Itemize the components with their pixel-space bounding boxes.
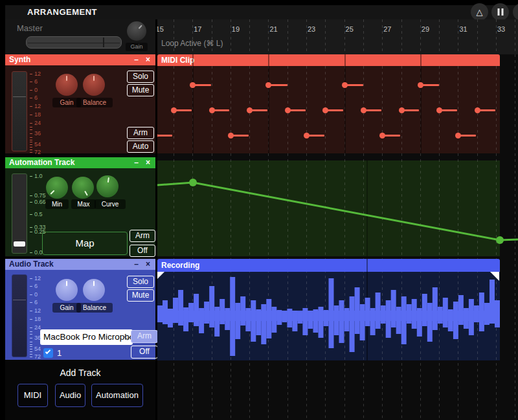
input-device-select[interactable]: MacBook Pro Microphone [40,329,133,345]
max-knob[interactable] [72,177,94,199]
waveform-bar [319,307,324,338]
automation-track-header[interactable]: Automation Track – × [5,157,155,168]
gain-knob[interactable] [56,279,78,301]
solo-button[interactable]: Solo [127,276,154,288]
more-icon[interactable]: ≡ [513,3,518,21]
close-button[interactable]: × [146,157,150,168]
waveform-bar [376,293,381,329]
solo-button[interactable]: Solo [127,71,154,83]
master-gain-knob[interactable] [127,21,146,41]
minor-tick [30,346,32,347]
master-fader[interactable] [26,36,122,49]
minor-tick [30,344,32,345]
automation-value-slider[interactable] [12,173,27,254]
curve-knob[interactable] [96,175,118,197]
waveform-bar [407,304,412,324]
db-scale-label: 54 [30,142,41,147]
db-scale-label: 0 [30,292,38,297]
input-device-value: MacBook Pro Microphone [43,332,133,342]
waveform-bar [422,294,427,326]
midi-note-bar [287,109,306,111]
db-scale-label: 36 [30,131,41,136]
audio-track-header[interactable]: Audio Track – × [5,259,155,270]
arm-button[interactable]: Arm [127,127,154,139]
waveform-bar [386,300,391,338]
audio-track-panel: Audio Track – × Gain Balance Solo Mute M… [5,259,155,360]
waveform-bar [199,308,204,333]
waveform-bar [391,290,396,327]
auto-button[interactable]: Auto [127,140,154,153]
waveform-bar [443,298,448,327]
waveform-bar [230,277,235,356]
add-audio-button[interactable]: Audio [55,384,85,407]
midi-note-bar [477,109,495,111]
db-scale-label: 18 [30,316,41,322]
balance-knob-label: Balance [76,98,113,107]
db-scale-label: 24 [30,325,41,330]
fade-in-handle[interactable] [157,272,164,279]
balance-knob-label: Balance [76,303,113,313]
value-scale-label: 0.25 [30,229,46,234]
midi-note-bar [192,84,211,86]
master-fader-handle[interactable] [103,38,104,47]
automation-curve[interactable] [157,160,518,256]
mute-button[interactable]: Mute [127,84,154,96]
minimize-button[interactable]: – [134,157,139,168]
minor-tick [30,331,32,332]
midi-clip-header[interactable]: MIDI Clip [157,54,500,66]
off-button[interactable]: Off [131,346,158,359]
db-scale-label: 6 [30,283,38,289]
automation-point[interactable] [496,236,504,244]
curve-knob-label: Curve [95,199,126,209]
close-button[interactable]: × [146,54,150,65]
add-midi-button[interactable]: MIDI [17,384,48,407]
waveform-bar [261,304,266,344]
off-button[interactable]: Off [130,245,155,257]
waveform-bar [474,305,479,322]
close-button[interactable]: × [146,259,150,270]
arm-button[interactable]: Arm [130,230,155,242]
app-window: ARRANGEMENT △ ≡ Master Gain Synth – × [0,0,518,420]
value-scale-label: 1.0 [30,173,43,179]
waveform-bar [168,309,173,327]
add-automation-button[interactable]: Automation [91,384,143,407]
map-button[interactable]: Map [42,232,128,255]
metronome-icon[interactable]: △ [471,3,488,21]
fade-out-handle[interactable] [490,272,499,281]
waveform-bar [495,300,500,327]
balance-knob[interactable] [83,279,105,301]
arm-button[interactable]: Arm [131,330,158,343]
db-scale-label: 12 [30,308,41,313]
gain-knob[interactable] [56,74,78,96]
min-knob[interactable] [46,177,68,199]
waveform-bar [235,303,240,339]
waveform-bar [484,303,490,325]
waveform-bar [266,299,271,338]
minimize-button[interactable]: – [134,259,139,270]
minor-tick [30,137,32,138]
synth-track-title: Synth [9,55,30,64]
page-title: ARRANGEMENT [27,7,97,17]
waveform-bar [350,296,355,352]
title-bar: ARRANGEMENT △ ≡ [5,5,518,19]
add-track-title: Add Track [5,368,155,378]
recording-clip-header[interactable]: Recording [157,259,500,272]
waveform-bar [194,294,199,326]
balance-knob[interactable] [83,74,105,96]
automation-slider-handle[interactable] [14,241,25,247]
track-control-column: Master Gain Synth – × Gain Balance [5,19,155,420]
mute-button[interactable]: Mute [127,289,154,302]
channel-1-checkbox[interactable] [43,348,53,358]
pause-icon[interactable] [491,3,509,21]
minor-tick [30,147,32,148]
waveform-bar [433,287,438,330]
minimize-button[interactable]: – [134,54,139,65]
synth-track-header[interactable]: Synth – × [5,54,155,65]
automation-point[interactable] [189,179,197,186]
automation-track-title: Automation Track [9,158,74,167]
waveform-bar [339,300,344,343]
waveform-bar [401,296,407,344]
arrangement-area[interactable]: 15171921232527293133 Loop Active (⌘ L) M… [157,19,518,420]
midi-note-bar [363,109,381,111]
minor-tick [30,334,32,335]
